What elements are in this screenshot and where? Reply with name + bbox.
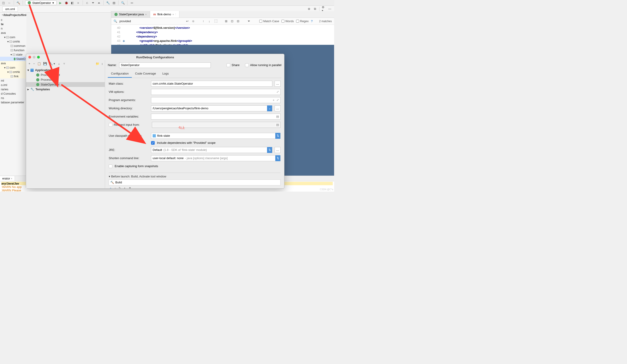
share-check[interactable]: Share <box>227 63 240 67</box>
env-vars-field[interactable]: ▤ <box>151 114 281 120</box>
dropdown-icon[interactable]: ⇅ <box>275 155 280 161</box>
sel-all-icon[interactable]: ⊡ <box>231 19 235 23</box>
tree-item[interactable]: fink <box>0 74 26 78</box>
coverage-icon[interactable]: ◧ <box>70 1 74 5</box>
save-config-icon[interactable]: 💾 <box>43 62 47 65</box>
down-icon[interactable]: ▼ <box>63 62 66 65</box>
pin-icon[interactable]: ! <box>175 13 176 16</box>
debug-icon[interactable]: 🐞 <box>64 1 68 5</box>
search-input[interactable] <box>119 19 184 23</box>
close-window-icon[interactable] <box>28 56 31 58</box>
hide-icon[interactable]: — <box>328 7 332 11</box>
target-icon[interactable]: ⊕ <box>307 7 311 11</box>
next-match-icon[interactable]: ↓ <box>209 19 212 23</box>
dropdown-icon[interactable]: ⇅ <box>275 133 280 139</box>
match-case-check[interactable]: Match Case <box>259 19 279 23</box>
console-tab[interactable]: erator × <box>0 176 15 181</box>
shorten-field[interactable]: user-local default: none - java [options… <box>151 155 281 161</box>
tree-item[interactable]: te <box>0 22 26 26</box>
regex-check[interactable]: Regex <box>296 19 309 23</box>
browse-button[interactable]: … <box>275 81 281 87</box>
tree-item[interactable]: n <box>0 26 26 31</box>
wrench-icon[interactable]: 🔧 <box>106 1 110 5</box>
plus-icon[interactable]: ＋ <box>272 98 275 102</box>
expand-icon[interactable]: ⤢ <box>276 90 279 93</box>
maximize-window-icon[interactable] <box>37 56 40 58</box>
tree-item[interactable]: StateO <box>0 57 26 61</box>
editor-tab[interactable]: StateOperator.java × <box>111 11 150 18</box>
tree-item[interactable]: function <box>0 48 26 52</box>
wrench-icon[interactable]: 🔧 ▾ <box>49 62 55 65</box>
tree-item[interactable]: ▾ state <box>0 52 26 57</box>
open-icon[interactable]: ◫ <box>1 1 5 5</box>
include-deps-check[interactable]: ✓ <box>151 141 155 145</box>
close-icon[interactable]: × <box>172 13 174 16</box>
tree-item[interactable]: ava <box>0 31 26 35</box>
db-icon[interactable]: ▤ <box>112 1 116 5</box>
down-icon[interactable]: ▼ <box>128 186 131 188</box>
tree-item[interactable]: tabase parameter <box>0 100 26 104</box>
run-icon[interactable]: ▶ <box>58 1 62 5</box>
vcs-icon-3[interactable]: ⏶ <box>97 1 101 5</box>
tree-item[interactable]: ▾ com <box>0 65 26 70</box>
stop-icon[interactable]: ■ <box>76 1 80 5</box>
up-icon[interactable]: ▲ <box>123 186 126 188</box>
prev-match-icon[interactable]: ↑ <box>203 19 206 23</box>
editor-tab[interactable]: m flink-demo × ! <box>150 11 180 18</box>
tree-item[interactable]: common <box>0 44 26 48</box>
minimize-window-icon[interactable] <box>33 56 36 58</box>
add-task-icon[interactable]: ＋ <box>109 186 112 188</box>
add-selection-icon[interactable]: ⊞ <box>225 19 229 23</box>
close-icon[interactable]: × <box>11 177 12 180</box>
dialog-titlebar[interactable]: Run/Debug Configurations <box>26 54 284 60</box>
collapse-icon[interactable]: ⧉ <box>313 7 317 11</box>
file-tab[interactable]: om.xml <box>2 6 18 12</box>
tree-item[interactable]: ava <box>0 61 26 65</box>
expand-icon[interactable]: ⤢ <box>276 98 279 102</box>
jre-field[interactable]: Default (1.8 - SDK of 'flink-state' modu… <box>151 147 272 153</box>
tab-logs[interactable]: Logs <box>159 70 172 78</box>
back-icon[interactable]: ← <box>7 1 11 5</box>
list-icon[interactable]: ▤ <box>276 115 279 118</box>
remove-task-icon[interactable]: − <box>114 186 116 188</box>
tree-item[interactable]: o.iml <box>0 83 26 87</box>
tab-coverage[interactable]: Code Coverage <box>132 70 159 78</box>
history-icon[interactable]: ↩ <box>186 19 190 23</box>
tree-group-application[interactable]: ▾ Application <box>26 68 105 73</box>
parallel-check[interactable]: Allow running in parallel <box>245 63 281 67</box>
run-config-selector[interactable]: StateOperator ▾ <box>25 0 56 5</box>
filter-icon[interactable]: ⏷ <box>247 19 251 23</box>
vcs-icon-2[interactable]: ⏷ <box>91 1 95 5</box>
copy-config-icon[interactable]: 📋 <box>37 62 41 65</box>
tree-item[interactable]: raries <box>0 87 26 91</box>
working-dir-field[interactable]: ⌄ <box>151 105 272 111</box>
remove-config-icon[interactable]: − <box>33 62 35 65</box>
tree-item[interactable]: ns <box>0 96 26 100</box>
clear-search-icon[interactable]: ⊗ <box>192 19 196 23</box>
tree-item[interactable]: d Consoles <box>0 91 26 96</box>
classpath-field[interactable]: ⇅ <box>151 133 281 139</box>
folder-icon[interactable]: 📁 <box>96 62 99 65</box>
dropdown-icon[interactable]: ⌄ <box>267 105 272 111</box>
tree-item[interactable]: ml <box>0 78 26 83</box>
tree-item[interactable]: ▾ com <box>0 35 26 39</box>
help-icon[interactable]: ? <box>311 19 313 23</box>
collapse-icon[interactable]: ▾ <box>109 175 110 178</box>
words-check[interactable]: Words <box>281 19 294 23</box>
program-args-field[interactable]: ＋⤢ <box>151 97 281 103</box>
gear-icon[interactable]: ⚙ ▾ <box>322 7 326 11</box>
dropdown-icon[interactable]: ⇅ <box>267 147 272 153</box>
select-all-icon[interactable]: ⛶ <box>214 19 218 23</box>
tree-item[interactable]: ▾ cmhk <box>0 39 26 44</box>
build-icon[interactable]: 🔨 <box>16 1 20 5</box>
add-config-icon[interactable]: ＋ <box>28 61 31 66</box>
tree-item[interactable]: ProcessKeyed <box>26 73 105 77</box>
tab-configuration[interactable]: Configuration <box>108 70 132 78</box>
tree-item[interactable]: StateOperator <box>26 82 105 87</box>
snapshots-check[interactable] <box>109 164 112 168</box>
remove-selection-icon[interactable]: ⊟ <box>237 19 241 23</box>
redirect-check[interactable] <box>109 123 112 127</box>
before-launch-list[interactable]: 🔨 Build <box>109 180 281 185</box>
tree-item[interactable]: ProcessState <box>26 77 105 82</box>
name-field[interactable] <box>119 62 211 68</box>
